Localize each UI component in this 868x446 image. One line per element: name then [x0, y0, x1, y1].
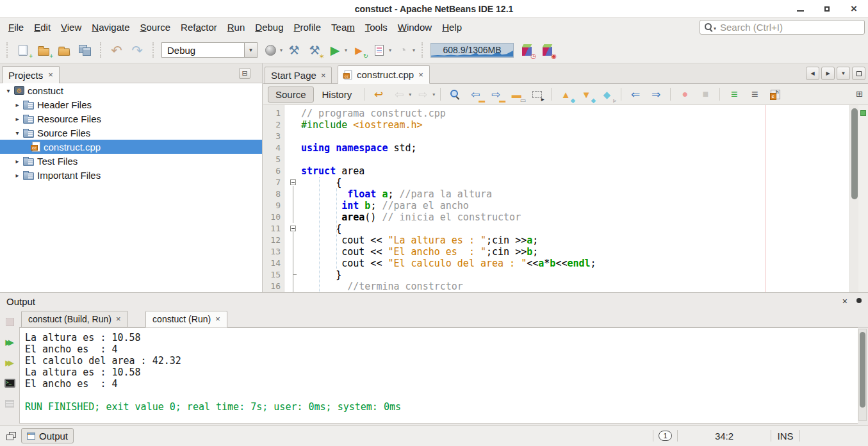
close-button[interactable]: × [849, 4, 859, 14]
tree-row-source-files[interactable]: Source Files [0, 126, 262, 140]
rectangular-selection-icon[interactable] [528, 86, 545, 103]
history-view-button[interactable]: History [315, 87, 359, 102]
close-icon[interactable]: × [418, 72, 423, 78]
config-combobox[interactable]: Debug [161, 42, 258, 58]
expander-icon[interactable] [4, 87, 13, 94]
output-scrollbar[interactable] [858, 329, 867, 421]
menu-edit[interactable]: Edit [29, 18, 56, 37]
comment-icon[interactable]: ≡ [726, 86, 742, 103]
close-icon[interactable]: × [48, 72, 53, 78]
expander-icon[interactable] [13, 158, 22, 165]
line-number[interactable]: 7 [263, 177, 284, 188]
expander-icon[interactable] [13, 129, 22, 136]
line-number[interactable]: 6 [263, 165, 284, 177]
back-icon-dropdown[interactable]: ▾ [409, 92, 411, 97]
tree-row-important-files[interactable]: Important Files [0, 168, 262, 182]
menu-run[interactable]: Run [222, 18, 250, 37]
new-file-icon[interactable]: + [15, 42, 31, 58]
line-number[interactable]: 10 [263, 211, 284, 223]
tree-row-header-files[interactable]: Header Files [0, 97, 262, 112]
line-number[interactable]: 9 [263, 200, 284, 211]
line-number[interactable]: 16 [263, 281, 284, 292]
menu-debug[interactable]: Debug [250, 18, 288, 37]
line-number[interactable]: 1 [263, 108, 284, 119]
line-number[interactable]: 5 [263, 154, 284, 165]
clean-build-project-icon[interactable]: ⚒∗ [306, 42, 323, 58]
tree-row-resource-files[interactable]: Resource Files [0, 112, 262, 126]
line-number[interactable]: 11 [263, 223, 284, 235]
output-settings-icon[interactable] [1, 395, 18, 412]
tree-row-constuct[interactable]: ⚙constuct [0, 83, 262, 97]
toggle-header-source-icon[interactable] [767, 86, 783, 103]
rerun-with-parameters-icon[interactable]: ▶▶ [1, 354, 18, 371]
line-number[interactable]: 4 [263, 142, 284, 154]
menu-refactor[interactable]: Refactor [176, 18, 222, 37]
stop-execution-icon[interactable] [1, 313, 18, 330]
editor-scrollbar-thumb[interactable] [851, 108, 858, 199]
menu-source[interactable]: Source [135, 18, 176, 37]
undo-icon[interactable]: ↶ [108, 42, 125, 58]
new-project-icon[interactable]: + [35, 42, 52, 58]
profile-project-icon-dropdown[interactable]: ▾ [389, 47, 391, 53]
shift-line-right-icon[interactable]: ⇒ [648, 86, 664, 103]
output-console[interactable]: La altura es : 10.58El ancho es : 4El ca… [19, 327, 858, 424]
search-dropdown-icon[interactable]: ▾ [714, 26, 716, 31]
output-toggle-button[interactable]: Output [21, 428, 74, 443]
minimize-button[interactable] [795, 4, 805, 14]
tab-start-page[interactable]: Start Page× [265, 67, 332, 84]
error-stripe[interactable] [858, 105, 868, 292]
reset-profiling-results-icon[interactable]: ◉ [539, 42, 555, 58]
tab-projects[interactable]: Projects × [2, 66, 60, 83]
minimize-panel-button[interactable]: ⊟ [239, 68, 250, 79]
split-document-icon[interactable]: ⊞ [856, 89, 863, 99]
find-previous-icon[interactable]: ⇦▬ [467, 86, 484, 103]
line-number[interactable]: 3 [263, 131, 284, 142]
code-fold-collapse-icon[interactable] [284, 177, 301, 188]
memory-indicator[interactable]: 608.9/1306MB [430, 43, 514, 58]
back-icon[interactable]: ⇦ [391, 86, 407, 103]
menu-file[interactable]: File [3, 18, 29, 37]
profile-project-icon[interactable] [371, 42, 388, 58]
debug-project-icon[interactable]: ▶↻ [350, 42, 367, 58]
redo-icon[interactable]: ↷ [129, 42, 145, 58]
close-icon[interactable]: × [215, 316, 220, 322]
output-scrollbar-thumb[interactable] [860, 332, 865, 408]
uncomment-icon[interactable]: ≡ [746, 86, 763, 103]
menu-window[interactable]: Window [393, 18, 437, 37]
expander-icon[interactable] [13, 115, 22, 122]
terminal-icon[interactable] [1, 375, 18, 392]
notification-badge[interactable]: 1 [659, 431, 672, 441]
output-tab-constuct-run[interactable]: constuct (Run)× [145, 311, 227, 327]
profiling-points-icon[interactable]: ◷ [518, 42, 535, 58]
menu-profile[interactable]: Profile [289, 18, 327, 37]
line-number[interactable]: 13 [263, 246, 284, 258]
shift-line-left-icon[interactable]: ⇐ [627, 86, 644, 103]
globe-icon-dropdown[interactable]: ▾ [280, 47, 283, 53]
run-project-icon[interactable]: ▶ [327, 42, 343, 58]
maximize-button[interactable] [822, 4, 832, 14]
line-number[interactable]: 8 [263, 188, 284, 200]
forward-icon-dropdown[interactable]: ▾ [432, 92, 435, 97]
globe-icon[interactable] [262, 42, 279, 58]
profile-gauge-icon-dropdown[interactable]: ▾ [413, 47, 415, 53]
combo-dropdown-icon[interactable] [244, 43, 257, 57]
editor-scrollbar[interactable] [849, 105, 858, 292]
output-tab-constuct-build-run[interactable]: constuct (Build, Run)× [21, 311, 128, 327]
code-editor[interactable]: 1// programa construct.cpp2#include <ios… [263, 105, 868, 292]
menu-navigate[interactable]: Navigate [86, 18, 135, 37]
source-view-button[interactable]: Source [268, 87, 314, 103]
stop-macro-recording-icon[interactable]: ■ [697, 86, 714, 103]
project-tree[interactable]: ⚙constuctHeader FilesResource FilesSourc… [0, 83, 262, 292]
expander-icon[interactable] [13, 101, 22, 108]
profile-gauge-icon[interactable]: ◔ [395, 42, 411, 58]
scroll-tabs-right-button[interactable]: ▶ [821, 67, 835, 80]
maximize-window-button[interactable] [852, 67, 865, 80]
find-next-icon[interactable]: ⇨▬ [487, 86, 504, 103]
code-fold-collapse-icon[interactable] [284, 223, 301, 235]
tree-row-construct-cpp[interactable]: construct.cpp [0, 140, 262, 154]
window-menu-icon[interactable] [856, 298, 862, 303]
scroll-tabs-left-button[interactable]: ◀ [806, 67, 819, 80]
line-number[interactable]: 12 [263, 235, 284, 246]
start-macro-recording-icon[interactable]: ● [676, 86, 693, 103]
rerun-icon[interactable]: ▶▶ [1, 334, 18, 351]
